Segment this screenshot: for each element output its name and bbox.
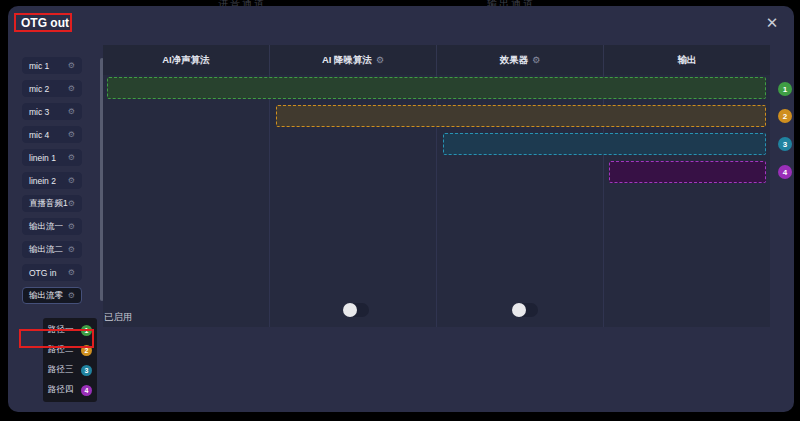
gear-icon[interactable]: ⚙ xyxy=(68,223,75,231)
page-title: OTG out xyxy=(21,16,69,30)
path-number-badge: 1 xyxy=(81,325,92,336)
sidebar-item-label: 直播音频1 xyxy=(29,198,68,210)
path-label: 路径三 xyxy=(48,364,74,376)
close-icon[interactable]: ✕ xyxy=(763,14,781,32)
path-3-routing-bar[interactable] xyxy=(443,133,766,155)
column-ai-clean-sound xyxy=(103,75,269,327)
path-label: 路径二 xyxy=(48,344,74,356)
table-body: 已启用 xyxy=(103,75,770,327)
sidebar-item-label: mic 4 xyxy=(29,130,49,140)
path-2-routing-bar[interactable] xyxy=(276,105,766,127)
sidebar-item-mic-1[interactable]: mic 1 ⚙ xyxy=(22,57,82,74)
column-header-label: AI净声算法 xyxy=(162,54,210,67)
gear-icon[interactable]: ⚙ xyxy=(68,154,75,162)
toggle-knob xyxy=(512,303,526,317)
path-label: 路径四 xyxy=(48,384,74,396)
gear-icon[interactable]: ⚙ xyxy=(68,108,75,116)
effects-toggle[interactable] xyxy=(512,303,538,317)
column-header-label: AI 降噪算法 xyxy=(322,54,372,67)
sidebar-item-output-stream-1[interactable]: 输出流一 ⚙ xyxy=(22,218,82,235)
gear-icon[interactable]: ⚙ xyxy=(68,85,75,93)
sidebar-item-label: OTG in xyxy=(29,268,56,278)
path-menu-item-3[interactable]: 路径三 3 xyxy=(43,360,97,380)
sidebar-item-otg-in[interactable]: OTG in ⚙ xyxy=(22,264,82,281)
sidebar-item-live-audio-1[interactable]: 直播音频1 ⚙ xyxy=(22,195,82,212)
column-header-ai-clean-sound: AI净声算法 xyxy=(103,45,269,75)
path-4-routing-bar[interactable] xyxy=(609,161,766,183)
path-number-badge: 3 xyxy=(81,365,92,376)
sidebar-item-label: linein 2 xyxy=(29,176,56,186)
gear-icon[interactable]: ⚙ xyxy=(376,55,384,65)
channel-sidebar: mic 1 ⚙ mic 2 ⚙ mic 3 ⚙ mic 4 ⚙ linein 1… xyxy=(22,57,82,310)
sidebar-item-label: mic 3 xyxy=(29,107,49,117)
path-1-routing-bar[interactable] xyxy=(107,77,766,99)
path-menu-item-1[interactable]: 路径一 1 xyxy=(43,320,97,340)
sidebar-item-label: 输出流零 xyxy=(29,290,63,302)
path-3-end-badge: 3 xyxy=(778,137,792,151)
dialog-title-annotation-box: OTG out xyxy=(14,13,72,32)
gear-icon[interactable]: ⚙ xyxy=(68,200,75,208)
path-dropdown-menu: 路径一 1 路径二 2 路径三 3 路径四 4 xyxy=(43,318,97,402)
path-menu-item-2[interactable]: 路径二 2 xyxy=(43,340,97,360)
sidebar-item-label: 输出流一 xyxy=(29,221,63,233)
gear-icon[interactable]: ⚙ xyxy=(68,131,75,139)
column-header-ai-denoise: AI 降噪算法 ⚙ xyxy=(269,45,436,75)
path-number-badge: 4 xyxy=(81,385,92,396)
column-header-label: 输出 xyxy=(678,54,697,67)
path-2-end-badge: 2 xyxy=(778,109,792,123)
path-1-end-badge: 1 xyxy=(778,82,792,96)
otg-out-dialog: OTG out ✕ mic 1 ⚙ mic 2 ⚙ mic 3 ⚙ mic 4 … xyxy=(8,6,794,412)
path-number-badge: 2 xyxy=(81,345,92,356)
routing-table: AI净声算法 AI 降噪算法 ⚙ 效果器 ⚙ 输出 xyxy=(103,45,770,327)
gear-icon[interactable]: ⚙ xyxy=(68,269,75,277)
column-header-output: 输出 xyxy=(603,45,770,75)
gear-icon[interactable]: ⚙ xyxy=(532,55,540,65)
sidebar-item-label: linein 1 xyxy=(29,153,56,163)
sidebar-item-mic-4[interactable]: mic 4 ⚙ xyxy=(22,126,82,143)
gear-icon[interactable]: ⚙ xyxy=(68,246,75,254)
sidebar-item-label: mic 1 xyxy=(29,61,49,71)
sidebar-item-output-stream-2[interactable]: 输出流二 ⚙ xyxy=(22,241,82,258)
sidebar-item-label: mic 2 xyxy=(29,84,49,94)
toggle-knob xyxy=(343,303,357,317)
sidebar-item-linein-2[interactable]: linein 2 ⚙ xyxy=(22,172,82,189)
enabled-status-label: 已启用 xyxy=(104,311,133,324)
sidebar-item-output-stream-zero-selected[interactable]: 输出流零 ⚙ xyxy=(22,287,82,304)
gear-icon[interactable]: ⚙ xyxy=(68,292,75,300)
gear-icon[interactable]: ⚙ xyxy=(68,62,75,70)
column-header-effects: 效果器 ⚙ xyxy=(436,45,603,75)
table-header-row: AI净声算法 AI 降噪算法 ⚙ 效果器 ⚙ 输出 xyxy=(103,45,770,75)
path-label: 路径一 xyxy=(48,324,74,336)
ai-denoise-toggle[interactable] xyxy=(343,303,369,317)
path-4-end-badge: 4 xyxy=(778,165,792,179)
sidebar-item-label: 输出流二 xyxy=(29,244,63,256)
sidebar-item-linein-1[interactable]: linein 1 ⚙ xyxy=(22,149,82,166)
sidebar-item-mic-3[interactable]: mic 3 ⚙ xyxy=(22,103,82,120)
gear-icon[interactable]: ⚙ xyxy=(68,177,75,185)
sidebar-item-mic-2[interactable]: mic 2 ⚙ xyxy=(22,80,82,97)
column-header-label: 效果器 xyxy=(500,54,529,67)
path-menu-item-4[interactable]: 路径四 4 xyxy=(43,380,97,400)
